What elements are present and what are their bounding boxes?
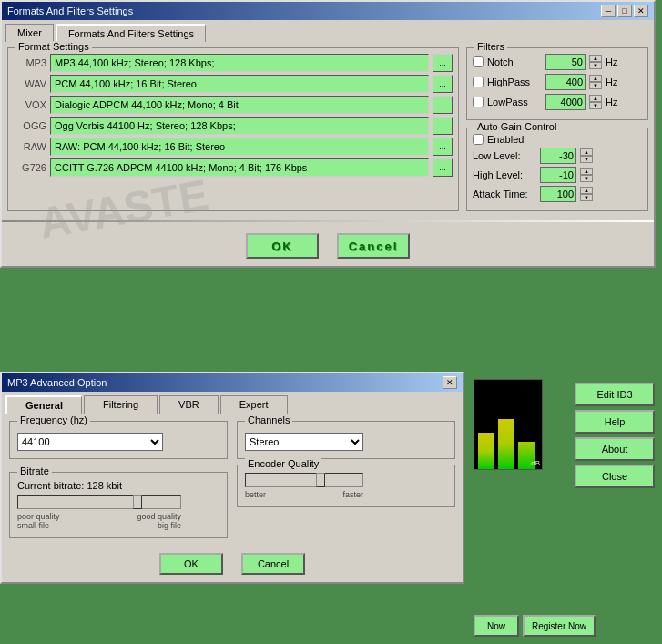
mp3-close-icon: ✕: [446, 378, 453, 387]
separator: [2, 220, 654, 222]
mp3-content: Frequency (hz) 44100 48000 22050 Bitrate…: [2, 414, 463, 546]
agc-attack-label: Attack Time:: [473, 189, 536, 199]
agc-low-label: Low Level:: [473, 150, 536, 161]
format-browse-raw[interactable]: ...: [433, 138, 453, 156]
mp3-tab-general[interactable]: General: [5, 395, 82, 414]
filters-group: Filters Notch ▲ ▼ Hz HighPass: [466, 47, 648, 120]
tab-mixer[interactable]: Mixer: [5, 24, 54, 42]
now-button[interactable]: Now: [474, 615, 519, 637]
notch-spin-up[interactable]: ▲: [589, 55, 602, 62]
agc-low-row: Low Level: ▲ ▼: [473, 148, 642, 164]
agc-attack-value[interactable]: [540, 186, 576, 202]
maximize-icon: □: [622, 6, 626, 15]
notch-value[interactable]: [545, 54, 586, 70]
agc-enabled-row: Enabled: [473, 134, 642, 145]
agc-high-spinner: ▲ ▼: [580, 168, 593, 182]
agc-attack-row: Attack Time: ▲ ▼: [473, 186, 642, 202]
edit-id3-button[interactable]: Edit ID3: [575, 383, 655, 406]
highpass-unit: Hz: [606, 77, 624, 87]
agc-low-down[interactable]: ▼: [580, 156, 593, 163]
lowpass-checkbox[interactable]: [473, 97, 484, 107]
encoder-quality-slider[interactable]: [245, 473, 363, 487]
title-bar-buttons: ─ □ ✕: [601, 5, 648, 17]
format-value-raw: RAW: PCM 44,100 kHz; 16 Bit; Stereo: [50, 138, 429, 156]
format-value-mp3: MP3 44,100 kHz; Stereo; 128 Kbps;: [50, 54, 429, 72]
format-value-g726: CCITT G.726 ADPCM 44100 kHz; Mono; 4 Bit…: [50, 158, 429, 177]
agc-low-spinner: ▲ ▼: [580, 148, 593, 163]
filter-row-lowpass: LowPass ▲ ▼ Hz: [473, 94, 642, 110]
agc-high-down[interactable]: ▼: [580, 175, 593, 182]
format-row-vox: VOX Dialogic ADPCM 44,100 kHz; Mono; 4 B…: [14, 96, 453, 114]
mp3-right-col: Channels Stereo Mono Joint Stereo Encode…: [237, 421, 455, 538]
encoder-slider-container: better faster: [245, 473, 363, 499]
notch-spin-down[interactable]: ▼: [589, 62, 602, 69]
format-label-ogg: OGG: [14, 120, 46, 131]
agc-high-row: High Level: ▲ ▼: [473, 167, 642, 183]
encoder-quality-group: Encoder Quality better faster: [237, 465, 455, 507]
mp3-tab-expert[interactable]: Expert: [220, 395, 288, 414]
help-button[interactable]: Help: [575, 410, 655, 434]
format-value-vox: Dialogic ADPCM 44,100 kHz; Mono; 4 Bit: [50, 96, 429, 114]
agc-low-up[interactable]: ▲: [580, 148, 593, 156]
mp3-dialog-buttons: OK Cancel: [2, 546, 463, 582]
agc-high-up[interactable]: ▲: [580, 168, 593, 175]
bitrate-group: Bitrate Current bitrate: 128 kbit poor q…: [9, 472, 228, 538]
about-button[interactable]: About: [575, 437, 655, 461]
mp3-close-button[interactable]: ✕: [443, 376, 457, 389]
format-settings-group: Format Settings MP3 MP3 44,100 kHz; Ster…: [7, 47, 459, 211]
main-dialog-buttons: OK Cancel: [2, 226, 654, 266]
register-now-button[interactable]: Register Now: [523, 615, 596, 637]
agc-attack-down[interactable]: ▼: [580, 194, 593, 201]
notch-spinner: ▲ ▼: [589, 55, 602, 69]
agc-attack-up[interactable]: ▲: [580, 187, 593, 194]
main-ok-button[interactable]: OK: [246, 233, 319, 259]
format-row-raw: RAW RAW: PCM 44,100 kHz; 16 Bit; Stereo …: [14, 138, 453, 156]
encoder-labels: better faster: [245, 490, 363, 499]
notch-unit: Hz: [606, 56, 624, 67]
lowpass-value[interactable]: [545, 94, 586, 110]
agc-low-value[interactable]: [540, 148, 576, 164]
tab-formats-filters[interactable]: Formats And Filters Settings: [56, 24, 206, 42]
format-browse-ogg[interactable]: ...: [433, 117, 453, 135]
format-label-mp3: MP3: [14, 57, 46, 68]
highpass-checkbox[interactable]: [473, 77, 484, 87]
format-browse-g726[interactable]: ...: [433, 158, 453, 177]
format-label-vox: VOX: [14, 99, 46, 110]
main-tab-bar: Mixer Formats And Filters Settings: [2, 20, 654, 42]
minimize-button[interactable]: ─: [601, 5, 616, 17]
maximize-button[interactable]: □: [617, 5, 632, 17]
format-label-raw: RAW: [14, 141, 46, 152]
bitrate-label: Bitrate: [17, 465, 52, 476]
notch-checkbox[interactable]: [473, 56, 484, 67]
mp3-cancel-button[interactable]: Cancel: [241, 553, 305, 575]
vu-bar-left: [478, 433, 494, 469]
lowpass-spin-up[interactable]: ▲: [589, 95, 602, 102]
mp3-tab-filtering[interactable]: Filtering: [84, 395, 158, 414]
highpass-spin-up[interactable]: ▲: [589, 75, 602, 82]
mp3-left-col: Frequency (hz) 44100 48000 22050 Bitrate…: [9, 421, 228, 538]
encoder-quality-label: Encoder Quality: [245, 458, 321, 469]
lowpass-spin-down[interactable]: ▼: [589, 102, 602, 109]
mp3-tab-vbr[interactable]: VBR: [159, 395, 219, 414]
format-row-g726: G726 CCITT G.726 ADPCM 44100 kHz; Mono; …: [14, 158, 453, 177]
mp3-ok-button[interactable]: OK: [159, 553, 223, 575]
frequency-select[interactable]: 44100 48000 22050: [17, 433, 163, 451]
main-cancel-button[interactable]: Cancel: [337, 233, 410, 259]
agc-high-value[interactable]: [540, 167, 576, 183]
agc-enabled-checkbox[interactable]: [473, 134, 484, 145]
main-title-bar: Formats And Filters Settings ─ □ ✕: [2, 2, 654, 20]
bitrate-slider[interactable]: [17, 495, 181, 509]
agc-group: Auto Gain Control Enabled Low Level: ▲ ▼…: [466, 128, 648, 211]
format-browse-wav[interactable]: ...: [433, 75, 453, 93]
format-browse-vox[interactable]: ...: [433, 96, 453, 114]
close-button[interactable]: ✕: [634, 5, 648, 17]
format-browse-mp3[interactable]: ...: [433, 54, 453, 72]
bitrate-label-poor: poor qualitysmall file: [17, 512, 60, 530]
format-label-g726: G726: [14, 162, 46, 173]
channels-select[interactable]: Stereo Mono Joint Stereo: [245, 433, 363, 451]
mp3-dialog-title: MP3 Advanced Option: [7, 377, 107, 388]
highpass-value[interactable]: [545, 74, 586, 90]
close-sidebar-button[interactable]: Close: [575, 465, 655, 488]
format-value-wav: PCM 44,100 kHz; 16 Bit; Stereo: [50, 75, 429, 93]
highpass-spin-down[interactable]: ▼: [589, 82, 602, 89]
